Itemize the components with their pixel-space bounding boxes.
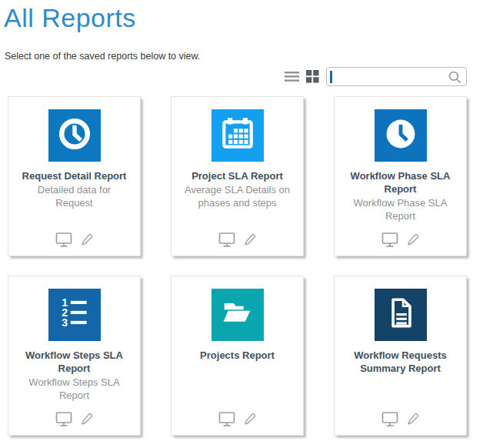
report-title: Project SLA Report: [172, 170, 303, 183]
page-subtitle: Select one of the saved reports below to…: [5, 51, 200, 62]
report-subtitle: Workflow Steps SLA Report: [8, 376, 140, 403]
view-on-screen-icon[interactable]: [218, 411, 235, 426]
report-subtitle: Average SLA Details on phases and steps: [172, 184, 303, 210]
report-card-project-sla[interactable]: Project SLA Report Average SLA Details o…: [171, 96, 304, 256]
view-on-screen-icon[interactable]: [381, 232, 398, 247]
report-subtitle: Detailed data for Request: [8, 184, 140, 210]
clock-outline-icon: [55, 114, 95, 157]
report-card-grid: Request Detail Report Detailed data for …: [8, 96, 467, 436]
text-caret: [330, 71, 332, 83]
edit-icon[interactable]: [242, 412, 257, 426]
report-card-workflow-phase-sla[interactable]: Workflow Phase SLA Report Workflow Phase…: [334, 96, 467, 256]
report-card-request-detail[interactable]: Request Detail Report Detailed data for …: [8, 96, 141, 256]
report-title: Projects Report: [172, 349, 303, 363]
report-title: Workflow Requests Summary Report: [335, 349, 466, 376]
grid-view-icon[interactable]: [306, 70, 319, 83]
edit-icon[interactable]: [79, 232, 94, 247]
document-icon: [381, 294, 420, 336]
view-on-screen-icon[interactable]: [55, 411, 72, 426]
report-tile: [375, 289, 427, 341]
list-view-icon[interactable]: [285, 71, 299, 82]
toolbar: [285, 67, 467, 86]
view-on-screen-icon[interactable]: [218, 232, 235, 247]
report-tile: [212, 109, 264, 162]
edit-icon[interactable]: [405, 412, 420, 426]
report-tile: [375, 109, 427, 162]
report-tile: [212, 289, 264, 341]
search-box: [326, 67, 467, 86]
report-title: Request Detail Report: [8, 170, 140, 183]
report-card-projects[interactable]: Projects Report: [171, 276, 304, 436]
numbered-list-icon: 123: [55, 294, 94, 336]
page-title: All Reports: [4, 3, 136, 33]
view-on-screen-icon[interactable]: [55, 232, 72, 247]
view-on-screen-icon[interactable]: [381, 411, 398, 426]
edit-icon[interactable]: [405, 232, 420, 247]
report-card-workflow-steps-sla[interactable]: 123 Workflow Steps SLA Report Workflow S…: [8, 276, 141, 436]
report-tile: [48, 109, 101, 162]
svg-text:3: 3: [62, 316, 68, 329]
calendar-icon: [218, 115, 257, 156]
edit-icon[interactable]: [242, 232, 257, 247]
report-subtitle: Workflow Phase SLA Report: [335, 197, 466, 223]
clock-solid-icon: [381, 114, 421, 157]
search-icon[interactable]: [448, 70, 462, 88]
edit-icon[interactable]: [79, 412, 94, 426]
report-tile: 123: [48, 289, 101, 341]
open-folder-icon: [218, 293, 258, 336]
report-title: Workflow Steps SLA Report: [8, 349, 140, 376]
report-title: Workflow Phase SLA Report: [335, 170, 466, 196]
report-card-workflow-requests-summary[interactable]: Workflow Requests Summary Report: [334, 276, 467, 436]
